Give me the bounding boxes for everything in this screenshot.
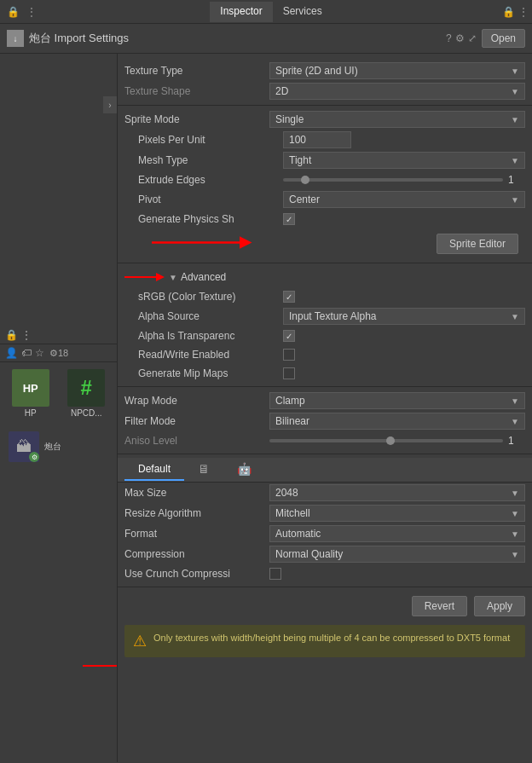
sprite-mode-dropdown[interactable]: Single ▼: [269, 111, 525, 128]
tab-default[interactable]: Default: [124, 459, 184, 481]
tab-services[interactable]: Services: [273, 2, 332, 22]
sidebar-more-icon[interactable]: ⋮: [21, 329, 32, 341]
extrude-edges-slider[interactable]: [283, 178, 503, 182]
aniso-level-row: Aniso Level 1: [118, 431, 532, 450]
sprite-editor-row: Sprite Editor: [118, 228, 532, 259]
generate-physics-row: Generate Physics Sh ✓: [118, 210, 532, 228]
pixels-per-unit-input[interactable]: [283, 131, 351, 148]
pixels-per-unit-row: Pixels Per Unit: [118, 130, 532, 150]
import-settings-icon: ↓: [7, 30, 24, 47]
page-title: 炮台 Import Settings: [29, 31, 441, 46]
revert-button[interactable]: Revert: [412, 596, 467, 616]
bottom-buttons: Revert Apply: [118, 591, 532, 621]
generate-mip-row: Generate Mip Maps: [118, 364, 532, 383]
use-crunch-checkbox[interactable]: [269, 568, 281, 580]
filter-mode-row: Filter Mode Bilinear ▼: [118, 411, 532, 431]
tab-lock-icon[interactable]: 🔒: [502, 6, 515, 18]
texture-shape-dropdown[interactable]: 2D ▼: [269, 83, 525, 100]
texture-type-dropdown[interactable]: Sprite (2D and UI) ▼: [269, 62, 525, 79]
sidebar-face-icon[interactable]: 👤: [5, 347, 18, 359]
tab-bar: 🔒 ⋮ Inspector Services 🔒 ⋮: [0, 0, 532, 24]
extrude-edges-val: 1: [508, 174, 525, 186]
desktop-icon: 🖥: [198, 462, 210, 476]
srgb-label: sRGB (Color Texture): [138, 291, 283, 303]
generate-mip-label: Generate Mip Maps: [138, 367, 283, 379]
sprite-mode-row: Sprite Mode Single ▼: [118, 109, 532, 130]
aniso-level-slider[interactable]: [269, 439, 503, 442]
read-write-checkbox[interactable]: [283, 349, 295, 361]
pivot-row: Pivot Center ▼: [118, 189, 532, 210]
resize-algorithm-row: Resize Algorithm Mitchell ▼: [118, 503, 532, 523]
advanced-section-header[interactable]: ▼ Advanced: [118, 267, 532, 287]
sidebar-star-icon[interactable]: ☆: [35, 347, 44, 359]
alpha-transparent-checkbox[interactable]: ✓: [283, 330, 295, 342]
tab-desktop[interactable]: 🖥: [184, 458, 223, 482]
mesh-type-dropdown[interactable]: Tight ▼: [283, 152, 525, 169]
format-row: Format Automatic ▼: [118, 523, 532, 544]
alpha-transparent-label: Alpha Is Transparenc: [138, 330, 283, 342]
compression-label: Compression: [124, 548, 269, 560]
aniso-level-label: Aniso Level: [124, 435, 269, 447]
asset-label-hp: HP: [25, 408, 37, 418]
generate-physics-checkbox[interactable]: ✓: [283, 213, 295, 225]
android-icon: 🤖: [237, 462, 252, 476]
sprite-editor-button[interactable]: Sprite Editor: [437, 234, 518, 254]
platform-tabs: Default 🖥 🤖: [118, 458, 532, 483]
compression-dropdown[interactable]: Normal Quality ▼: [269, 546, 525, 563]
wrap-mode-row: Wrap Mode Clamp ▼: [118, 390, 532, 411]
pivot-label: Pivot: [138, 194, 283, 205]
asset-item-hp[interactable]: HP HP: [3, 366, 58, 421]
expand-icon[interactable]: ⤢: [468, 32, 477, 44]
extrude-edges-label: Extrude Edges: [138, 174, 283, 186]
pivot-dropdown[interactable]: Center ▼: [283, 191, 525, 208]
max-size-row: Max Size 2048 ▼: [118, 483, 532, 503]
inspector-panel: Texture Type Sprite (2D and UI) ▼ Textur…: [118, 54, 532, 762]
alpha-source-dropdown[interactable]: Input Texture Alpha ▼: [283, 308, 525, 325]
tab-menu-icon[interactable]: ⋮: [518, 6, 529, 18]
open-button[interactable]: Open: [482, 29, 525, 48]
sidebar-tag-icon[interactable]: 🏷: [21, 347, 32, 359]
warning-icon: ⚠: [133, 632, 147, 650]
read-write-row: Read/Write Enabled: [118, 345, 532, 364]
asset-icon-npcd: #: [67, 369, 105, 407]
mesh-type-row: Mesh Type Tight ▼: [118, 150, 532, 171]
settings-icon[interactable]: ⚙: [455, 32, 465, 44]
title-bar: ↓ 炮台 Import Settings ? ⚙ ⤢ Open: [0, 24, 532, 54]
help-icon[interactable]: ?: [446, 32, 452, 44]
filter-mode-dropdown[interactable]: Bilinear ▼: [269, 413, 525, 430]
sidebar-toggle[interactable]: ›: [103, 96, 117, 113]
srgb-checkbox[interactable]: ✓: [283, 291, 295, 303]
texture-shape-row: Texture Shape 2D ▼: [118, 81, 532, 101]
more-icon[interactable]: ⋮: [23, 6, 40, 18]
warning-text: Only textures with width/height being mu…: [153, 632, 510, 645]
generate-physics-label: Generate Physics Sh: [138, 213, 283, 225]
asset-item-npcd[interactable]: # NPCD...: [60, 366, 114, 421]
compression-row: Compression Normal Quality ▼: [118, 544, 532, 564]
texture-shape-label: Texture Shape: [124, 85, 269, 97]
tab-inspector[interactable]: Inspector: [210, 2, 272, 22]
wrap-mode-dropdown[interactable]: Clamp ▼: [269, 392, 525, 409]
sidebar-lock-icon[interactable]: 🔒: [5, 329, 18, 341]
tab-android[interactable]: 🤖: [223, 458, 265, 482]
max-size-dropdown[interactable]: 2048 ▼: [269, 484, 525, 501]
extrude-edges-row: Extrude Edges 1: [118, 171, 532, 189]
mesh-type-label: Mesh Type: [138, 154, 283, 166]
sidebar-badge: ⚙18: [49, 348, 68, 359]
resize-algorithm-dropdown[interactable]: Mitchell ▼: [269, 505, 525, 522]
asset-label-npcd: NPCD...: [71, 408, 102, 418]
resize-algorithm-label: Resize Algorithm: [124, 507, 269, 519]
advanced-toggle-icon: ▼: [169, 273, 177, 282]
apply-button[interactable]: Apply: [474, 596, 525, 616]
generate-mip-checkbox[interactable]: [283, 367, 295, 379]
use-crunch-row: Use Crunch Compressi: [118, 564, 532, 583]
main-content: › 🔒 ⋮ 👤 🏷 ☆ ⚙18 HP HP #: [0, 54, 532, 762]
alpha-source-label: Alpha Source: [138, 310, 283, 322]
sidebar: › 🔒 ⋮ 👤 🏷 ☆ ⚙18 HP HP #: [0, 54, 118, 762]
texture-type-label: Texture Type: [124, 65, 269, 77]
asset-item-paotai[interactable]: 🏔 ⚙ 炮台: [7, 428, 110, 465]
alpha-source-row: Alpha Source Input Texture Alpha ▼: [118, 306, 532, 327]
format-label: Format: [124, 528, 269, 540]
alpha-transparent-row: Alpha Is Transparenc ✓: [118, 327, 532, 345]
lock-icon[interactable]: 🔒: [3, 6, 23, 18]
format-dropdown[interactable]: Automatic ▼: [269, 525, 525, 542]
